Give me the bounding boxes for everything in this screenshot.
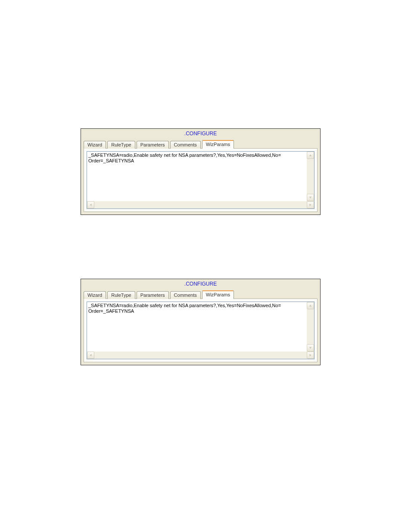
tab-content-frame: _SAFETYNSA=radio,Enable safety net for N… [84,148,318,212]
scroll-track[interactable] [94,201,307,208]
configure-panel: .CONFIGURE Wizard RuleType Parameters Co… [81,279,321,365]
tab-ruletype[interactable]: RuleType [107,291,135,299]
chevron-down-icon [309,346,312,349]
tab-label: Wizard [87,292,102,298]
tab-label: Parameters [140,142,165,147]
vertical-scrollbar[interactable] [307,302,314,352]
tab-comments[interactable]: Comments [170,141,201,149]
scroll-track[interactable] [307,159,314,194]
chevron-up-icon [309,154,312,157]
tab-label: Parameters [140,292,165,298]
wizparams-textarea[interactable]: _SAFETYNSA=radio,Enable safety net for N… [87,302,314,359]
tab-wizard[interactable]: Wizard [84,141,106,149]
tab-label: WizParams [206,292,230,297]
scroll-down-button[interactable] [307,194,314,201]
scroll-left-button[interactable] [87,352,94,359]
textarea-text[interactable]: _SAFETYNSA=radio,Enable safety net for N… [87,152,307,201]
tab-comments[interactable]: Comments [170,291,201,299]
tab-label: RuleType [111,142,131,147]
tab-content-frame: _SAFETYNSA=radio,Enable safety net for N… [84,299,318,362]
chevron-right-icon [309,354,312,357]
panel-title: .CONFIGURE [81,129,320,139]
chevron-right-icon [309,203,312,206]
tab-parameters[interactable]: Parameters [137,141,169,149]
scroll-track[interactable] [307,309,314,344]
vertical-scrollbar[interactable] [307,152,314,201]
textarea-text[interactable]: _SAFETYNSA=radio,Enable safety net for N… [87,302,307,352]
chevron-down-icon [309,196,312,199]
tabs-row: Wizard RuleType Parameters Comments WizP… [81,289,320,299]
tab-wizard[interactable]: Wizard [84,291,106,299]
tab-label: Comments [174,292,197,298]
tab-ruletype[interactable]: RuleType [107,141,135,149]
scroll-left-button[interactable] [87,201,94,208]
horizontal-scrollbar[interactable] [87,352,314,359]
tab-parameters[interactable]: Parameters [137,291,169,299]
horizontal-scrollbar[interactable] [87,201,314,208]
chevron-up-icon [309,304,312,307]
panel-title: .CONFIGURE [81,279,320,289]
scroll-up-button[interactable] [307,152,314,159]
chevron-left-icon [89,203,92,206]
scroll-up-button[interactable] [307,302,314,309]
tabs-row: Wizard RuleType Parameters Comments WizP… [81,139,320,148]
tab-label: WizParams [206,142,230,147]
tab-wizparams[interactable]: WizParams [202,140,234,149]
tab-label: Wizard [87,142,102,147]
scroll-track[interactable] [94,352,307,359]
scroll-right-button[interactable] [307,201,314,208]
wizparams-textarea[interactable]: _SAFETYNSA=radio,Enable safety net for N… [87,151,314,209]
tab-label: RuleType [111,292,131,298]
tab-wizparams[interactable]: WizParams [202,290,234,299]
scroll-down-button[interactable] [307,344,314,352]
scroll-right-button[interactable] [307,352,314,359]
chevron-left-icon [89,354,92,357]
tab-label: Comments [174,142,197,147]
configure-panel: .CONFIGURE Wizard RuleType Parameters Co… [81,128,321,215]
